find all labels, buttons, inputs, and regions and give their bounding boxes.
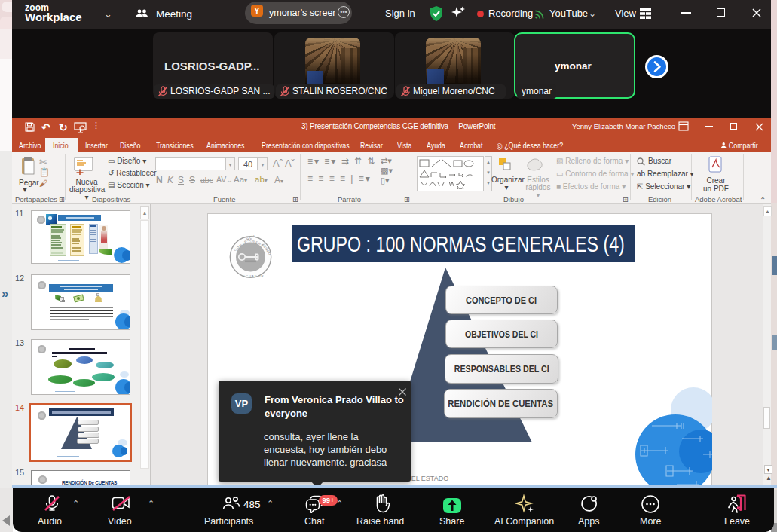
svg-text:E C U A D O R: E C U A D O R bbox=[243, 274, 263, 278]
svg-text:········: ········ bbox=[246, 261, 251, 263]
